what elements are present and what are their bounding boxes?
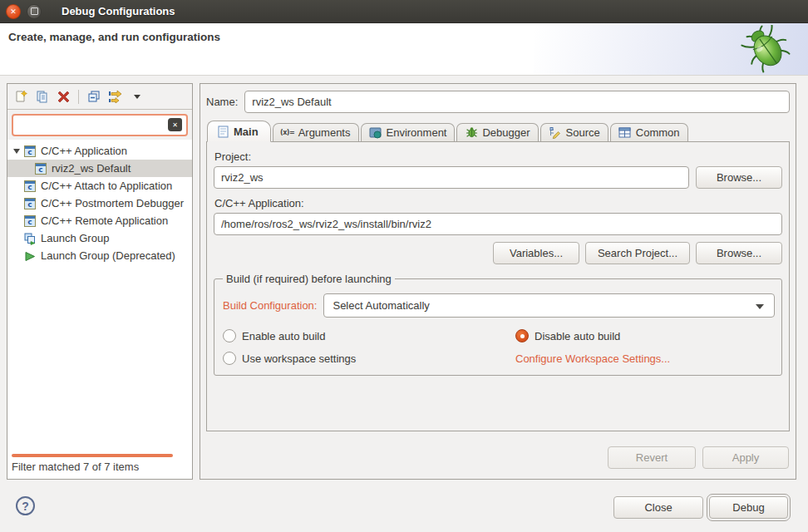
- config-tabbar: Main Arguments Environment: [206, 121, 790, 142]
- filter-status-text: Filter matched 7 of 7 items: [7, 459, 192, 479]
- filter-search-area: [7, 110, 192, 140]
- new-configuration-icon[interactable]: [13, 90, 27, 104]
- configuration-detail-panel: Name: Main Arguments Environme: [200, 83, 796, 480]
- tab-label: Environment: [387, 126, 447, 139]
- radio-label: Disable auto build: [535, 330, 620, 342]
- build-configuration-label: Build Configuration:: [223, 299, 317, 312]
- configurations-toolbar: [7, 84, 192, 110]
- disable-auto-build-option[interactable]: Disable auto build: [515, 329, 775, 342]
- c-application-icon: [24, 145, 36, 157]
- tab-label: Main: [234, 126, 259, 138]
- tab-debugger[interactable]: Debugger: [456, 123, 538, 141]
- window-close-icon[interactable]: [6, 4, 21, 19]
- toolbar-separator: [78, 90, 79, 104]
- scrollbar-thumb[interactable]: [12, 454, 173, 457]
- tree-item-label: rviz2_ws Default: [52, 162, 131, 175]
- project-browse-button[interactable]: Browse...: [696, 166, 782, 189]
- close-button[interactable]: Close: [613, 496, 703, 519]
- tree-item-label: C/C++ Remote Application: [41, 214, 168, 227]
- cpp-application-input[interactable]: [214, 213, 782, 235]
- c-application-icon: [24, 180, 36, 192]
- delete-icon[interactable]: [57, 90, 71, 104]
- duplicate-icon[interactable]: [35, 90, 49, 104]
- configurations-tree: C/C++ Application rviz2_ws Default C/C++…: [7, 140, 192, 452]
- enable-auto-build-option[interactable]: Enable auto build: [223, 329, 515, 342]
- play-icon: [24, 250, 37, 262]
- beetle-icon: [737, 25, 798, 75]
- horizontal-scrollbar[interactable]: [7, 452, 192, 459]
- clear-search-icon[interactable]: [168, 118, 182, 131]
- tree-item-launch-group-deprecated[interactable]: Launch Group (Deprecated): [7, 247, 192, 264]
- cpp-application-label: C/C++ Application:: [214, 197, 782, 209]
- window-maximize-icon[interactable]: [27, 4, 42, 19]
- radio-unchecked-icon[interactable]: [223, 329, 236, 342]
- c-application-icon: [24, 198, 36, 209]
- window-title: Debug Configurations: [62, 5, 175, 17]
- name-input[interactable]: [244, 91, 790, 113]
- environment-icon: [369, 126, 382, 139]
- page-icon: [216, 126, 229, 138]
- variables-button[interactable]: Variables...: [493, 242, 579, 264]
- filter-icon[interactable]: [108, 90, 122, 104]
- debug-button[interactable]: Debug: [709, 496, 788, 519]
- tree-item-label: C/C++ Attach to Application: [41, 180, 172, 192]
- help-button[interactable]: ?: [16, 496, 35, 515]
- arguments-icon: [281, 126, 294, 139]
- banner-subtitle: Create, manage, and run configurations: [8, 31, 220, 43]
- collapse-all-icon[interactable]: [86, 90, 101, 104]
- chevron-down-icon: [756, 304, 764, 309]
- tab-source[interactable]: Source: [540, 123, 608, 141]
- menu-dropdown-icon[interactable]: [130, 90, 144, 104]
- header-banner: Create, manage, and run configurations: [0, 23, 808, 76]
- tab-environment[interactable]: Environment: [361, 123, 456, 141]
- project-input[interactable]: [214, 166, 689, 189]
- source-icon: [549, 126, 562, 139]
- radio-unchecked-icon[interactable]: [223, 352, 236, 365]
- radio-label: Enable auto build: [242, 330, 325, 342]
- titlebar: Debug Configurations: [0, 0, 808, 23]
- tree-item-cpp-postmortem[interactable]: C/C++ Postmortem Debugger: [7, 195, 192, 212]
- tree-item-label: C/C++ Postmortem Debugger: [41, 197, 184, 209]
- main-tab-content: Project: Browse... C/C++ Application: Va…: [206, 142, 790, 431]
- c-application-icon: [24, 215, 36, 227]
- search-project-button[interactable]: Search Project...: [585, 242, 690, 264]
- configurations-panel: C/C++ Application rviz2_ws Default C/C++…: [7, 83, 193, 480]
- chevron-expanded-icon[interactable]: [9, 149, 24, 154]
- tree-item-rviz2-ws-default[interactable]: rviz2_ws Default: [7, 160, 192, 177]
- app-browse-button[interactable]: Browse...: [696, 242, 782, 264]
- use-workspace-settings-option[interactable]: Use workspace settings: [223, 352, 515, 365]
- tree-item-launch-group[interactable]: Launch Group: [7, 229, 192, 247]
- tab-label: Debugger: [482, 126, 530, 139]
- build-group: Build (if required) before launching Bui…: [214, 273, 782, 376]
- tab-common[interactable]: Common: [610, 123, 688, 141]
- build-group-title: Build (if required) before launching: [223, 273, 395, 285]
- name-label: Name:: [206, 96, 238, 108]
- radio-checked-icon[interactable]: [515, 329, 529, 342]
- build-configuration-value: Select Automatically: [333, 299, 429, 312]
- project-label: Project:: [214, 150, 782, 163]
- launch-group-icon: [24, 233, 37, 244]
- tab-label: Source: [566, 126, 600, 139]
- tab-label: Common: [636, 126, 680, 139]
- bug-icon: [465, 126, 478, 139]
- build-configuration-select[interactable]: Select Automatically: [323, 293, 775, 318]
- tree-item-cpp-attach[interactable]: C/C++ Attach to Application: [7, 177, 192, 195]
- tab-arguments[interactable]: Arguments: [273, 123, 359, 141]
- tree-item-label: Launch Group (Deprecated): [41, 249, 175, 262]
- tab-main[interactable]: Main: [207, 121, 271, 142]
- c-application-icon: [35, 163, 47, 175]
- apply-button[interactable]: Apply: [702, 446, 789, 469]
- tree-item-cpp-application[interactable]: C/C++ Application: [7, 142, 192, 160]
- tree-item-label: C/C++ Application: [41, 145, 127, 157]
- tree-item-cpp-remote[interactable]: C/C++ Remote Application: [7, 212, 192, 229]
- tab-label: Arguments: [298, 126, 351, 139]
- table-icon: [618, 126, 632, 139]
- tree-item-label: Launch Group: [41, 232, 109, 244]
- revert-button[interactable]: Revert: [608, 446, 696, 469]
- filter-search-input[interactable]: [12, 114, 188, 136]
- radio-label: Use workspace settings: [242, 352, 356, 365]
- configure-workspace-settings-link[interactable]: Configure Workspace Settings...: [515, 352, 670, 365]
